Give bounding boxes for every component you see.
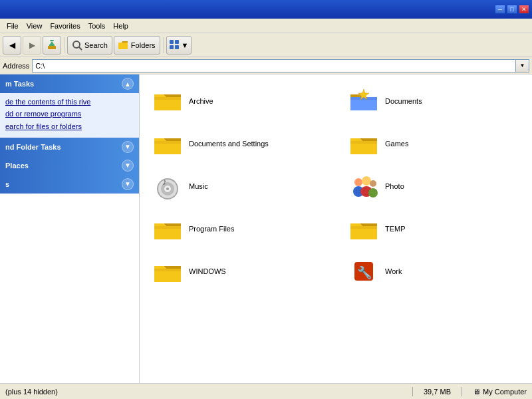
svg-line-4	[79, 47, 82, 50]
status-bar: (plus 14 hidden) 39,7 MB 🖥 My Computer	[0, 383, 532, 399]
folder-icon-photo	[348, 170, 380, 202]
search-button[interactable]: Search	[67, 36, 112, 55]
file-label-music: Music	[189, 182, 208, 190]
file-label-windows: WINDOWS	[189, 267, 226, 275]
file-label-program-files: Program Files	[189, 225, 234, 233]
toolbar-separator-1	[64, 37, 65, 53]
computer-icon: 🖥	[473, 388, 480, 396]
task-link-add-remove[interactable]: dd or remove programs	[5, 109, 134, 118]
task-link-search[interactable]: earch for files or folders	[5, 122, 134, 131]
file-label-documents-settings: Documents and Settings	[189, 140, 269, 148]
toolbar-separator-2	[163, 37, 164, 53]
back-button[interactable]: ◀	[3, 36, 21, 55]
title-bar: ─ □ ✕	[0, 0, 532, 19]
main-area: m Tasks ▲ de the contents of this rive d…	[0, 74, 532, 383]
svg-rect-0	[50, 40, 54, 41]
file-item-program-files[interactable]: Program Files	[146, 209, 329, 249]
svg-text:🔧: 🔧	[357, 265, 372, 280]
file-item-documents[interactable]: Documents	[342, 81, 525, 121]
system-tasks-section: m Tasks ▲ de the contents of this rive d…	[0, 74, 139, 138]
folders-button[interactable]: Folders	[114, 36, 160, 55]
close-button[interactable]: ✕	[519, 5, 529, 14]
status-size: 39,7 MB	[424, 388, 451, 396]
svg-point-19	[166, 188, 169, 190]
file-label-games: Games	[385, 140, 408, 148]
folder-icon-games	[348, 128, 380, 160]
menu-item-file[interactable]: File	[3, 21, 23, 31]
svg-point-21	[354, 178, 362, 186]
forward-icon: ▶	[29, 41, 35, 50]
folder-icon-music: ♪	[152, 170, 184, 202]
file-label-temp: TEMP	[385, 225, 406, 233]
file-item-work[interactable]: 🔧 Work	[342, 251, 525, 291]
file-folder-tasks-collapse-btn[interactable]: ▼	[122, 141, 134, 153]
file-item-music[interactable]: ♪ Music	[146, 166, 329, 206]
folder-icon-work: 🔧	[348, 255, 380, 287]
menu-bar: File View Favorites Tools Help	[0, 19, 532, 33]
svg-point-26	[368, 188, 378, 198]
system-tasks-title: m Tasks	[5, 80, 34, 88]
system-tasks-header[interactable]: m Tasks ▲	[0, 74, 139, 93]
up-button[interactable]	[43, 36, 61, 55]
menu-item-favorites[interactable]: Favorites	[46, 21, 84, 31]
other-places-section: Places ▼	[0, 156, 139, 175]
file-item-documents-settings[interactable]: Documents and Settings	[146, 124, 329, 164]
forward-button[interactable]: ▶	[23, 36, 41, 55]
svg-point-25	[370, 180, 376, 187]
address-bar: Address ▼	[0, 57, 532, 74]
system-tasks-body: de the contents of this rive dd or remov…	[0, 93, 139, 138]
status-divider-1	[412, 387, 413, 396]
status-text-left: (plus 14 hidden)	[5, 388, 58, 396]
svg-point-3	[73, 41, 80, 48]
menu-item-view[interactable]: View	[23, 21, 47, 31]
address-input[interactable]	[32, 59, 516, 72]
menu-item-tools[interactable]: Tools	[84, 21, 110, 31]
details-section: s ▼	[0, 175, 139, 194]
svg-text:♪: ♪	[162, 176, 167, 187]
task-link-hide-contents[interactable]: de the contents of this rive	[5, 97, 134, 106]
up-icon	[47, 40, 57, 51]
views-icon	[170, 40, 180, 51]
status-right: 39,7 MB 🖥 My Computer	[412, 387, 527, 396]
file-label-work: Work	[385, 267, 402, 275]
back-icon: ◀	[9, 41, 15, 50]
details-title: s	[5, 180, 9, 188]
status-computer: 🖥 My Computer	[473, 388, 527, 396]
address-label: Address	[3, 62, 29, 70]
address-dropdown-button[interactable]: ▼	[516, 59, 529, 72]
views-dropdown-arrow: ▼	[182, 41, 189, 49]
toolbar: ◀ ▶ Search Folders ▼	[0, 33, 532, 57]
svg-rect-7	[175, 40, 179, 44]
folders-icon	[118, 40, 129, 51]
maximize-button[interactable]: □	[507, 5, 517, 14]
computer-label: My Computer	[483, 388, 527, 396]
left-panel: m Tasks ▲ de the contents of this rive d…	[0, 74, 140, 383]
status-divider-2	[462, 387, 462, 396]
file-folder-tasks-header[interactable]: nd Folder Tasks ▼	[0, 138, 139, 156]
other-places-collapse-btn[interactable]: ▼	[122, 160, 134, 172]
file-folder-tasks-section: nd Folder Tasks ▼	[0, 138, 139, 156]
minimize-button[interactable]: ─	[495, 5, 505, 14]
folder-icon-temp	[348, 213, 380, 245]
file-item-games[interactable]: Games	[342, 124, 525, 164]
file-item-windows[interactable]: WINDOWS	[146, 251, 329, 291]
svg-rect-9	[175, 45, 179, 49]
svg-rect-8	[170, 45, 174, 49]
file-item-photo[interactable]: Photo	[342, 166, 525, 206]
folder-icon-documents	[348, 85, 380, 117]
menu-item-help[interactable]: Help	[109, 21, 132, 31]
details-collapse-btn[interactable]: ▼	[122, 178, 134, 190]
views-button[interactable]: ▼	[166, 36, 192, 55]
file-item-temp[interactable]: TEMP	[342, 209, 525, 249]
folder-icon-archive	[152, 85, 184, 117]
system-tasks-collapse-btn[interactable]: ▲	[122, 78, 134, 90]
file-grid: Archive Documents	[146, 81, 525, 291]
details-header[interactable]: s ▼	[0, 175, 139, 194]
other-places-header[interactable]: Places ▼	[0, 156, 139, 175]
folders-label: Folders	[131, 41, 156, 49]
search-label: Search	[84, 41, 108, 49]
file-label-archive: Archive	[189, 97, 213, 105]
file-item-archive[interactable]: Archive	[146, 81, 329, 121]
folder-icon-documents-settings	[152, 128, 184, 160]
file-pane: Archive Documents	[140, 74, 532, 383]
